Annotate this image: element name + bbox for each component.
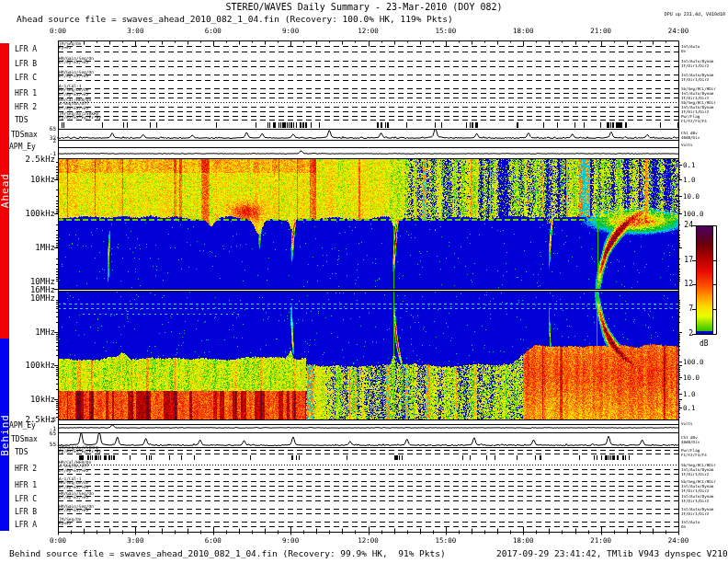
row-left-note: HM/Gain/Seq/On Df/Ey-Ez/+Ez [59, 57, 94, 66]
row-right-note: Int/Auto On [681, 45, 700, 54]
row-right-note: Sb/Seg/HCL/HDir Int/Auto/Dynam IF/Dir1/D… [681, 87, 716, 100]
row-right-note: Int/Auto/Dynam IF/Dir1/Dir2 [681, 74, 713, 83]
time-label-bottom: 18:00 [513, 537, 534, 545]
row-right-note: Sb/Seg/HCL/HDir Int/Auto/Dynam IF/Dir1/D… [681, 480, 716, 493]
time-label-top: 18:00 [513, 28, 534, 35]
row-left-note: HM/Cal/HFR/On A-Seq/On/Off Df/Ey-Ez/+Ez [59, 461, 91, 475]
ahead-band-label: Ahead [0, 173, 11, 208]
row-left-note: HM/Gain/Seq/On Df/Ey-Ez/+Ez [59, 505, 94, 514]
row-right-note: Sb/Seg/HCL/HDir Int/Auto/Dynam IF/Dir1/D… [681, 464, 716, 477]
colorbar-tick-label: 24 [684, 222, 693, 229]
tick-value-tdsmax-behind: 55 [50, 442, 56, 447]
row-right-note: Int/Auto/Dynam IF/Dir1/Dir2 [681, 495, 713, 504]
row-left-note: HM/Gain/Seq/On Df/Ey-Ez/+Ez [59, 492, 94, 501]
row-label-tdsmax-ahead: TDSmax [11, 132, 38, 139]
row-right-note-tdsmax-ahead: Ch1 dBv 40dB/Div [681, 132, 700, 141]
row-left-note: HM/Cal/HFR/On A-Seq/On/Off Df/Ey-Ez/+Ez [59, 98, 91, 112]
ahead-source-line: Ahead source file = swaves_ahead_2010_08… [17, 15, 453, 24]
row-label-tds: TDS [15, 449, 28, 456]
row-right-note: Int/Auto/Dynam IF/Dir1/Dir2 [681, 508, 713, 517]
colorbar-tick-label: 12 [684, 281, 693, 288]
row-left-note: A-1/Cal-1 HM/Seq/On/On Df/Ey-Ez/+Ez [59, 477, 89, 491]
row-left-note: TM/Seq/Ay/250kHz Ey/Ez/Ex-Ey/Ez-By [59, 446, 101, 455]
row-label-lfr-b: LFR B [15, 61, 37, 68]
row-label-hfr-1: HFR 1 [15, 90, 37, 98]
row-label-lfr-a: LFR A [15, 46, 37, 53]
time-label-top: 21:00 [590, 28, 611, 35]
tick-value-apm-ey-behind: -1 [50, 426, 56, 431]
right-axis-label-behind: 100.0 [683, 359, 704, 366]
row-label-lfr-b: LFR B [15, 509, 37, 516]
colorbar-tick-label: 7 [688, 305, 693, 313]
row-left-note: TM/Seq/On Ey=Ez [59, 42, 81, 52]
time-label-bottom: 6:00 [205, 537, 222, 545]
row-label-hfr-2: HFR 2 [15, 465, 37, 473]
row-label-lfr-c: LFR C [15, 75, 37, 82]
dpu-status: DPU up 231.4d, V410d10 [665, 12, 725, 17]
right-axis-label-ahead: 100.0 [683, 211, 704, 218]
tick-value-tdsmax-ahead: 65 [50, 126, 56, 132]
row-label-apm-ey-behind: APM_Ey [9, 422, 36, 430]
tick-value-apm-ey-ahead: 2 [52, 138, 56, 144]
freq-tick-label-ahead: 2.5kHz [25, 155, 55, 164]
time-label-bottom: 15:00 [436, 537, 457, 545]
right-axis-label-ahead: 10.0 [683, 193, 700, 201]
row-label-apm-ey-ahead: APM_Ey [9, 144, 36, 151]
time-label-bottom: 24:00 [668, 537, 689, 545]
colorbar-unit-label: dB [700, 340, 709, 348]
right-axis-label-behind: 1.0 [683, 391, 696, 398]
freq-tick-label-behind: 10kHz [30, 396, 55, 404]
row-label-tds: TDS [15, 117, 28, 124]
time-label-top: 24:00 [668, 28, 689, 35]
freq-tick-label-behind: 100kHz [25, 362, 55, 370]
stereo-waves-daily-summary: STEREO/WAVES Daily Summary - 23-Mar-2010… [0, 0, 728, 563]
freq-tick-label-ahead: 10kHz [30, 176, 55, 184]
right-axis-label-behind: 10.0 [683, 374, 700, 382]
time-label-bottom: 0:00 [50, 537, 66, 545]
time-label-top: 3:00 [127, 28, 143, 35]
freq-tick-label-ahead: 100kHz [25, 210, 55, 218]
right-axis-label-behind: 0.1 [683, 405, 696, 412]
behind-source-line: Behind source file = swaves_ahead_2010_0… [9, 549, 446, 558]
row-label-lfr-a: LFR A [15, 522, 37, 529]
time-label-top: 12:00 [358, 28, 379, 35]
tick-value-apm-ey-ahead: -1 [50, 151, 56, 156]
freq-tick-label-behind: 1MHz [35, 328, 55, 337]
row-left-note: HM/Gain/Seq/On Df/Ey-Ez/+Ez [59, 71, 94, 80]
time-label-bottom: 21:00 [590, 537, 611, 545]
plot-canvas [0, 0, 728, 563]
row-left-note: TM/Seq/Ay/250kHz Ey/Ez/Ex-Ey/Ez-By [59, 112, 101, 121]
freq-tick-label-ahead: 10MHz [30, 278, 55, 286]
row-right-note-apm-ey-ahead: Volts [681, 144, 693, 148]
freq-tick-label-ahead: 1MHz [35, 244, 55, 252]
generated-timestamp: 2017-09-29 23:41:42, TMlib V943 dynspec … [496, 549, 695, 558]
tick-value-apm-ey-behind: 2 [52, 417, 56, 422]
row-right-note: Sb/Seg/HCL/HDir Int/Auto/Dynam IF/Dir1/D… [681, 101, 716, 114]
freq-tick-label-behind: 10MHz [30, 294, 55, 303]
time-label-top: 6:00 [205, 28, 222, 35]
row-right-note: Int/Auto/Dynam IF/Dir1/Dir2 [681, 60, 713, 69]
behind-spacecraft-band: Behind [0, 339, 9, 531]
row-label-lfr-c: LFR C [15, 496, 37, 503]
time-label-bottom: 12:00 [358, 537, 379, 545]
row-right-note: Pwr/Flag F1/F2/F3/F4 [681, 115, 707, 124]
time-label-bottom: 9:00 [282, 537, 299, 545]
right-axis-label-ahead: 1.0 [683, 177, 696, 184]
row-label-tdsmax-behind: TDSmax [11, 436, 38, 443]
right-axis-label-ahead: 0.1 [683, 162, 696, 169]
row-label-hfr-2: HFR 2 [15, 104, 37, 111]
row-right-note-apm-ey-behind: Volts [681, 422, 693, 427]
row-left-note: A-1/Cal-1 HM/Seq/On/On Df/Ey-Ez/+Ez [59, 85, 89, 98]
row-right-note: Int/Auto On [681, 521, 700, 530]
row-right-note-tdsmax-behind: Ch1 dBv 40dB/Div [681, 436, 700, 445]
colorbar-tick-label: 2 [688, 330, 693, 338]
row-left-note: TM/Seq/On Ey=Ez [59, 518, 81, 527]
colorbar-tick-label: 17 [684, 257, 693, 264]
time-label-top: 0:00 [50, 28, 66, 35]
time-label-top: 15:00 [436, 28, 457, 35]
row-right-note: Pwr/Flag F1/F2/F3/F4 [681, 449, 707, 458]
time-label-bottom: 3:00 [127, 537, 143, 545]
row-label-hfr-1: HFR 1 [15, 482, 37, 489]
page-title: STEREO/WAVES Daily Summary - 23-Mar-2010… [0, 3, 728, 12]
behind-band-label: Behind [0, 414, 11, 456]
